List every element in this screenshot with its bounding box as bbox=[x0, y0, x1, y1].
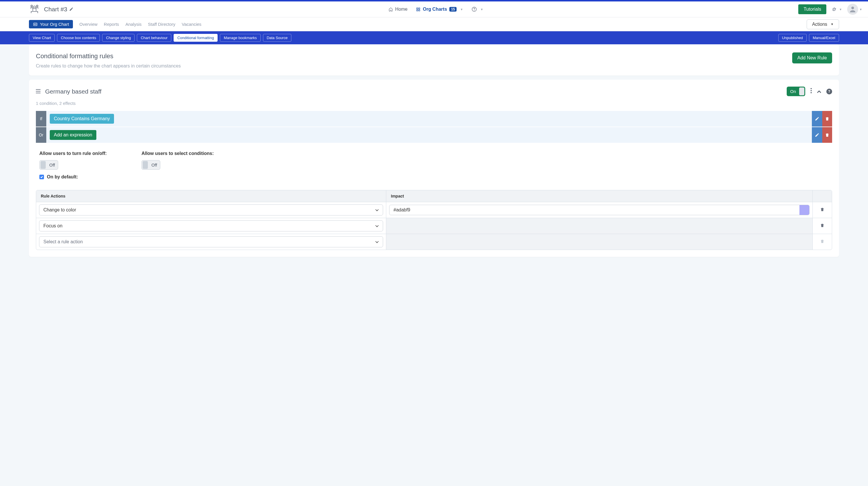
color-swatch bbox=[799, 205, 809, 215]
chevron-down-icon: ▼ bbox=[460, 8, 463, 11]
more-options-icon[interactable] bbox=[810, 88, 812, 95]
svg-rect-5 bbox=[416, 9, 418, 11]
th-rule-actions: Rule Actions bbox=[36, 190, 386, 202]
svg-point-11 bbox=[34, 24, 35, 25]
drag-handle-icon[interactable] bbox=[36, 89, 40, 94]
select-value: Change to color bbox=[43, 207, 76, 212]
header-right: Tutorials ▼ ▼ bbox=[798, 4, 862, 15]
nav-help[interactable]: ▼ bbox=[472, 7, 483, 12]
color-impact-input[interactable]: #adabf9 bbox=[389, 205, 810, 215]
tab-staff-directory[interactable]: Staff Directory bbox=[148, 22, 175, 27]
condition-row: Or Add an expression bbox=[36, 127, 832, 143]
chevron-down-icon: ▼ bbox=[831, 23, 834, 26]
th-impact: Impact bbox=[386, 190, 813, 202]
condition-body: Country Contains Germany bbox=[46, 111, 812, 126]
tb-conditional-formatting[interactable]: Conditional formatting bbox=[174, 34, 218, 42]
condition-row: If Country Contains Germany bbox=[36, 111, 832, 126]
opt-allow-toggle: Allow users to turn rule on/off: Off On … bbox=[39, 151, 107, 179]
edit-condition-button[interactable] bbox=[812, 111, 822, 126]
toolbar-left: View Chart Choose box contents Change st… bbox=[29, 34, 291, 42]
delete-row-icon[interactable] bbox=[820, 223, 825, 229]
actions-dropdown[interactable]: Actions ▼ bbox=[807, 20, 839, 29]
orgcharts-count-badge: 15 bbox=[450, 7, 457, 11]
on-by-default-checkbox[interactable] bbox=[39, 175, 44, 179]
delete-row-icon[interactable] bbox=[820, 207, 825, 213]
header-nav: Home Org Charts 15 ▼ ▼ bbox=[389, 7, 483, 12]
toggle-label: Off bbox=[151, 163, 157, 167]
chevron-down-icon bbox=[375, 223, 379, 229]
tab-overview[interactable]: Overview bbox=[79, 22, 97, 27]
tab-analysis[interactable]: Analysis bbox=[125, 22, 142, 27]
select-value: Focus on bbox=[43, 223, 62, 229]
tb-chart-behaviour[interactable]: Chart behaviour bbox=[137, 34, 171, 42]
tab-your-org-chart[interactable]: Your Org Chart bbox=[29, 20, 73, 28]
add-expression-button[interactable]: Add an expression bbox=[50, 130, 96, 140]
rules-header-panel: Conditional formatting rules Create rule… bbox=[29, 44, 839, 76]
rule-card: Germany based staff On ? 1 condition, 2 … bbox=[29, 80, 839, 257]
tb-data-source[interactable]: Data Source bbox=[263, 34, 291, 42]
condition-tag-if: If bbox=[36, 111, 46, 126]
condition-chip[interactable]: Country Contains Germany bbox=[50, 114, 114, 124]
rule-header: Germany based staff On ? bbox=[36, 87, 832, 96]
svg-rect-14 bbox=[36, 93, 40, 93]
edit-title-icon[interactable] bbox=[69, 6, 73, 13]
action-select[interactable]: Select a rule action bbox=[39, 236, 383, 247]
delete-condition-button[interactable] bbox=[822, 127, 832, 143]
tutorials-button[interactable]: Tutorials bbox=[798, 4, 826, 14]
panel-title: Conditional formatting rules bbox=[36, 52, 181, 60]
tab-label: Your Org Chart bbox=[40, 22, 69, 27]
chevron-down-icon bbox=[375, 239, 379, 245]
select-placeholder: Select a rule action bbox=[43, 239, 83, 245]
chevron-down-icon bbox=[375, 207, 379, 212]
editor-toolbar: View Chart Choose box contents Change st… bbox=[0, 31, 868, 44]
svg-rect-13 bbox=[36, 91, 40, 91]
delete-condition-button[interactable] bbox=[822, 111, 832, 126]
add-new-rule-button[interactable]: Add New Rule bbox=[792, 52, 832, 63]
nav-orgcharts[interactable]: Org Charts 15 ▼ bbox=[416, 7, 463, 12]
collapse-icon[interactable] bbox=[817, 88, 821, 94]
rule-on-toggle[interactable]: On bbox=[787, 87, 805, 96]
tb-manage-bookmarks[interactable]: Manage bookmarks bbox=[220, 34, 260, 42]
on-by-default-label: On by default: bbox=[47, 174, 78, 179]
condition-body: Add an expression bbox=[46, 127, 812, 143]
toggle-label: Off bbox=[49, 163, 55, 167]
tb-change-styling[interactable]: Change styling bbox=[102, 34, 134, 42]
toggle-knob bbox=[40, 161, 46, 169]
tb-manual-excel[interactable]: Manual/Excel bbox=[809, 34, 839, 42]
opt-label: Allow users to select conditions: bbox=[142, 151, 214, 156]
nav-home-label: Home bbox=[395, 7, 408, 12]
table-row: Select a rule action bbox=[36, 234, 832, 250]
chevron-down-icon: ▼ bbox=[480, 8, 483, 11]
svg-rect-4 bbox=[418, 7, 420, 9]
table-row: Focus on bbox=[36, 218, 832, 234]
table-row: Change to color #adabf9 bbox=[36, 202, 832, 218]
nav-home[interactable]: Home bbox=[389, 7, 408, 12]
toggle-label: On bbox=[790, 89, 796, 94]
edit-condition-button[interactable] bbox=[812, 127, 822, 143]
color-value: #adabf9 bbox=[390, 207, 799, 212]
help-icon[interactable]: ? bbox=[826, 89, 832, 94]
main-content: Conditional formatting rules Create rule… bbox=[0, 44, 868, 274]
action-select[interactable]: Focus on bbox=[39, 221, 383, 231]
svg-rect-6 bbox=[418, 9, 420, 11]
rule-title: Germany based staff bbox=[45, 88, 101, 95]
conditions-list: If Country Contains Germany Or Add an ex… bbox=[36, 111, 832, 143]
opt-label: Allow users to turn rule on/off: bbox=[39, 151, 107, 156]
tb-view-chart[interactable]: View Chart bbox=[29, 34, 55, 42]
svg-point-9 bbox=[851, 7, 854, 9]
tb-choose-box[interactable]: Choose box contents bbox=[57, 34, 100, 42]
toggle-knob bbox=[143, 161, 148, 169]
allow-toggle-switch[interactable]: Off bbox=[39, 160, 58, 170]
settings-icon[interactable]: ▼ bbox=[832, 7, 842, 12]
svg-rect-3 bbox=[416, 7, 418, 9]
chevron-down-icon: ▼ bbox=[839, 8, 842, 11]
tab-reports[interactable]: Reports bbox=[104, 22, 119, 27]
allow-select-switch[interactable]: Off bbox=[142, 160, 160, 170]
org-logo-icon bbox=[29, 4, 40, 15]
tb-unpublished[interactable]: Unpublished bbox=[778, 34, 807, 42]
tab-vacancies[interactable]: Vacancies bbox=[182, 22, 202, 27]
svg-point-17 bbox=[811, 92, 812, 93]
user-avatar[interactable] bbox=[847, 4, 858, 15]
action-select[interactable]: Change to color bbox=[39, 204, 383, 216]
toggle-knob bbox=[799, 87, 804, 95]
